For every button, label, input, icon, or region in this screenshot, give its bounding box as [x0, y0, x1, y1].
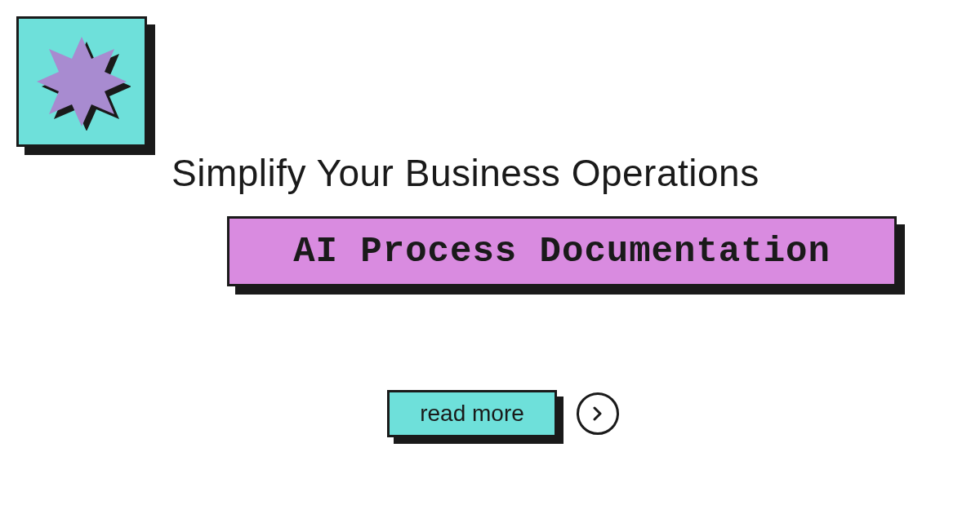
badge-box	[16, 16, 147, 147]
starburst-icon	[33, 33, 131, 131]
svg-marker-1	[37, 37, 127, 126]
read-more-button-wrap: read more	[387, 390, 557, 437]
subtitle-box: AI Process Documentation	[227, 216, 897, 286]
read-more-button[interactable]: read more	[387, 390, 557, 437]
subtitle-text: AI Process Documentation	[293, 231, 831, 272]
badge-container	[16, 16, 147, 147]
button-label: read more	[420, 401, 524, 427]
headline: Simplify Your Business Operations	[172, 151, 760, 195]
arrow-button[interactable]	[577, 392, 619, 435]
chevron-right-icon	[590, 406, 605, 421]
cta-container: read more	[387, 390, 619, 437]
